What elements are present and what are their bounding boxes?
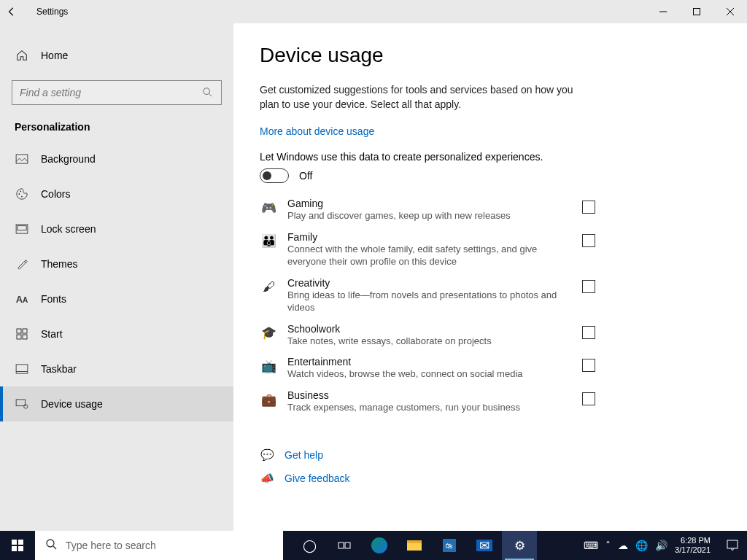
action-center-icon[interactable] bbox=[718, 531, 747, 560]
svg-rect-27 bbox=[345, 542, 350, 548]
creativity-checkbox[interactable] bbox=[582, 280, 595, 293]
entertainment-checkbox[interactable] bbox=[582, 359, 595, 372]
start-icon bbox=[15, 328, 29, 340]
svg-rect-12 bbox=[17, 329, 21, 333]
nav-label: Background bbox=[41, 153, 96, 165]
family-checkbox[interactable] bbox=[582, 234, 595, 247]
close-button[interactable] bbox=[713, 0, 747, 23]
clock-time: 6:28 PM bbox=[675, 536, 711, 545]
usage-title: Creativity bbox=[287, 277, 572, 289]
home-label: Home bbox=[41, 50, 68, 61]
usage-sub: Play and discover games, keep up with ne… bbox=[287, 209, 572, 222]
svg-point-8 bbox=[20, 191, 21, 192]
toggle-caption: Let Windows use this data to create pers… bbox=[260, 151, 721, 163]
search-input[interactable] bbox=[20, 87, 202, 98]
svg-rect-28 bbox=[727, 540, 738, 548]
touchkeyboard-icon[interactable]: ⌨ bbox=[584, 540, 598, 551]
window-title: Settings bbox=[36, 7, 68, 17]
onedrive-icon[interactable]: ☁ bbox=[618, 540, 628, 551]
nav-label: Device usage bbox=[41, 398, 103, 410]
usage-item-schoolwork: 🎓 Schoolwork Take notes, write essays, c… bbox=[260, 323, 595, 348]
themes-icon bbox=[15, 257, 29, 271]
svg-rect-13 bbox=[23, 329, 27, 333]
business-icon: 💼 bbox=[260, 391, 277, 408]
nav-label: Taskbar bbox=[41, 363, 77, 375]
mail-icon[interactable]: ✉ bbox=[467, 531, 502, 560]
usage-sub: Take notes, write essays, collaborate on… bbox=[287, 335, 572, 348]
volume-icon[interactable]: 🔊 bbox=[655, 540, 667, 551]
settings-taskbar-icon[interactable]: ⚙ bbox=[502, 531, 537, 560]
svg-rect-16 bbox=[16, 365, 28, 373]
svg-rect-20 bbox=[12, 540, 17, 545]
nav-label: Lock screen bbox=[41, 223, 96, 235]
taskbar-search[interactable]: Type here to search bbox=[35, 531, 283, 560]
usage-item-business: 💼 Business Track expenses, manage custom… bbox=[260, 389, 595, 414]
back-button[interactable] bbox=[0, 0, 23, 23]
taskbar-icon bbox=[15, 364, 29, 374]
fonts-icon: AA bbox=[15, 294, 29, 305]
start-button[interactable] bbox=[0, 531, 35, 560]
usage-item-gaming: 🎮 Gaming Play and discover games, keep u… bbox=[260, 198, 595, 222]
personalized-toggle[interactable] bbox=[260, 168, 289, 183]
give-feedback-link[interactable]: Give feedback bbox=[285, 472, 350, 484]
category-title: Personalization bbox=[0, 105, 233, 141]
svg-rect-23 bbox=[18, 546, 23, 551]
svg-point-4 bbox=[204, 88, 210, 95]
explorer-icon[interactable] bbox=[397, 531, 432, 560]
usage-title: Schoolwork bbox=[287, 323, 572, 335]
nav-taskbar[interactable]: Taskbar bbox=[0, 351, 233, 386]
nav-colors[interactable]: Colors bbox=[0, 176, 233, 211]
nav-background[interactable]: Background bbox=[0, 141, 233, 176]
schoolwork-checkbox[interactable] bbox=[582, 326, 595, 339]
page-description: Get customized suggestions for tools and… bbox=[260, 83, 573, 112]
svg-rect-1 bbox=[694, 9, 700, 15]
family-icon: 👪 bbox=[260, 233, 277, 250]
nav-label: Start bbox=[41, 328, 63, 340]
gaming-icon: 🎮 bbox=[260, 199, 277, 217]
more-about-link[interactable]: More about device usage bbox=[260, 125, 374, 137]
clock[interactable]: 6:28 PM 3/17/2021 bbox=[675, 536, 711, 554]
get-help-link[interactable]: Get help bbox=[285, 449, 323, 461]
home-icon bbox=[15, 49, 29, 62]
business-checkbox[interactable] bbox=[582, 392, 595, 405]
tray-expand-icon[interactable]: ˄ bbox=[605, 540, 611, 551]
help-icon: 💬 bbox=[260, 448, 274, 462]
nav-fonts[interactable]: AA Fonts bbox=[0, 281, 233, 316]
svg-rect-21 bbox=[18, 540, 23, 545]
task-view-icon[interactable] bbox=[327, 531, 362, 560]
svg-rect-26 bbox=[338, 542, 344, 548]
nav-device-usage[interactable]: Device usage bbox=[0, 386, 233, 421]
network-icon[interactable]: 🌐 bbox=[635, 540, 648, 551]
titlebar: Settings bbox=[0, 0, 747, 23]
svg-rect-11 bbox=[18, 226, 26, 230]
gaming-checkbox[interactable] bbox=[582, 201, 595, 214]
edge-icon[interactable] bbox=[362, 531, 397, 560]
store-icon[interactable]: 🛍 bbox=[432, 531, 467, 560]
lock-screen-icon bbox=[15, 224, 29, 234]
search-icon bbox=[45, 538, 57, 553]
home-nav[interactable]: Home bbox=[0, 41, 233, 70]
svg-line-5 bbox=[209, 94, 212, 97]
nav-lock-screen[interactable]: Lock screen bbox=[0, 211, 233, 246]
page-title: Device usage bbox=[260, 44, 721, 67]
nav-start[interactable]: Start bbox=[0, 316, 233, 351]
sidebar: Home Personalization Background C bbox=[0, 23, 233, 531]
schoolwork-icon: 🎓 bbox=[260, 324, 277, 342]
cortana-icon[interactable]: ◯ bbox=[292, 531, 327, 560]
nav-label: Themes bbox=[41, 258, 78, 270]
usage-title: Family bbox=[287, 231, 572, 243]
usage-sub: Bring ideas to life—from novels and pres… bbox=[287, 289, 572, 314]
usage-item-family: 👪 Family Connect with the whole family, … bbox=[260, 231, 595, 268]
svg-point-9 bbox=[21, 196, 23, 198]
settings-search[interactable] bbox=[12, 80, 222, 105]
svg-rect-6 bbox=[16, 155, 28, 163]
content-area: Device usage Get customized suggestions … bbox=[233, 23, 747, 531]
svg-line-25 bbox=[53, 546, 56, 549]
nav-themes[interactable]: Themes bbox=[0, 246, 233, 281]
device-usage-icon bbox=[15, 399, 29, 409]
svg-point-7 bbox=[19, 193, 20, 195]
svg-rect-15 bbox=[23, 335, 27, 339]
minimize-button[interactable] bbox=[646, 0, 680, 23]
maximize-button[interactable] bbox=[680, 0, 713, 23]
usage-title: Gaming bbox=[287, 198, 572, 209]
